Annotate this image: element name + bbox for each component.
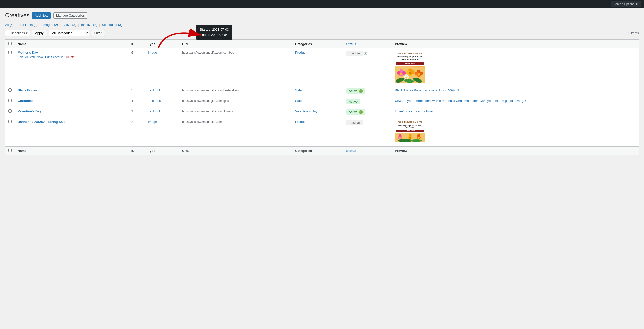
filter-button[interactable]: Filter — [91, 30, 105, 36]
footer-col-preview[interactable]: Preview — [392, 147, 639, 155]
ad-shop-now: SHOP NOW — [396, 62, 424, 65]
type-link[interactable]: Text Link — [148, 88, 161, 92]
tooltip-started: Started: 2023-07-03 — [200, 27, 229, 32]
table-row: Banner - 300x250 - Spring Sale 2 Image h… — [5, 117, 639, 147]
filter-images[interactable]: Images (2) — [42, 23, 58, 27]
row-checkbox-cell[interactable] — [5, 86, 15, 96]
creative-name-link[interactable]: Mother's Day — [18, 51, 125, 54]
footer-col-categories[interactable]: Categories — [292, 147, 343, 155]
category-cell: Valentine's Day — [292, 107, 343, 117]
category-link[interactable]: Sale — [295, 88, 302, 92]
row-checkbox-cell[interactable] — [5, 107, 15, 117]
row-checkbox-cell[interactable] — [5, 96, 15, 107]
preview-text-content: Unwrap your perfect deal with our specia… — [395, 99, 526, 103]
filter-scheduled[interactable]: Scheduled (3) — [102, 23, 122, 27]
screen-options-button[interactable]: Screen Options ▼ — [611, 1, 641, 7]
type-cell: Image — [145, 48, 179, 86]
manage-categories-button[interactable]: Manage Categories — [53, 12, 87, 19]
preview-cell: ALF'S FLOWERS & GIFTS Blooming Surprises… — [392, 117, 639, 147]
creative-name-link[interactable]: Christmas — [18, 99, 125, 103]
edit-schedule-link[interactable]: Edit Schedule — [45, 55, 64, 59]
page-title: Creatives — [5, 12, 29, 19]
type-link[interactable]: Image — [148, 51, 157, 54]
creative-name-link[interactable]: Banner - 300x250 - Spring Sale — [18, 120, 125, 124]
svg-point-36 — [410, 139, 422, 142]
row-checkbox[interactable] — [8, 88, 12, 92]
row-checkbox[interactable] — [8, 109, 12, 113]
svg-point-30 — [409, 134, 412, 137]
filter-all[interactable]: All (5) — [5, 23, 14, 27]
ad-subtitle: Blooming Surprises for Every Occasion — [397, 55, 423, 61]
type-link[interactable]: Text Link — [148, 109, 161, 113]
clock-icon[interactable]: 🕐 — [364, 52, 367, 55]
id-cell: 4 — [128, 96, 145, 107]
col-preview[interactable]: Preview — [392, 40, 639, 48]
category-link[interactable]: Sale — [295, 99, 302, 103]
status-cell: Active — [343, 96, 392, 107]
add-new-button[interactable]: Add New — [32, 12, 51, 19]
status-badge: Inactive — [346, 51, 363, 56]
table-header-row: Name ID Type URL Categories Status Previ… — [5, 40, 639, 48]
bulk-actions-dropdown[interactable]: Bulk actions ▾ — [5, 30, 30, 36]
creative-name-link[interactable]: Black Friday — [18, 88, 125, 92]
col-name[interactable]: Name — [15, 40, 128, 48]
row-checkbox[interactable] — [8, 120, 12, 123]
svg-point-24 — [405, 77, 407, 79]
footer-select-all-checkbox[interactable] — [8, 149, 12, 152]
svg-point-18 — [419, 72, 423, 75]
apply-button[interactable]: Apply — [32, 30, 47, 36]
id-cell: 6 — [128, 48, 145, 86]
select-all-checkbox[interactable] — [8, 42, 12, 45]
row-checkbox[interactable] — [8, 51, 12, 54]
svg-point-7 — [397, 71, 401, 75]
category-link[interactable]: Valentine's Day — [295, 109, 317, 113]
table-row: Mother's Day Edit | Activate Now | Edit … — [5, 48, 639, 86]
category-cell: Sale — [292, 96, 343, 107]
footer-col-name[interactable]: Name — [15, 147, 128, 155]
table-row: Black Friday 5 Text Link https://alfsflo… — [5, 86, 639, 96]
type-cell: Text Link — [145, 96, 179, 107]
row-checkbox[interactable] — [8, 99, 12, 102]
delete-link[interactable]: Delete — [66, 55, 75, 59]
categories-select[interactable]: All Categories Product Sale Valentine's … — [49, 30, 89, 36]
footer-col-status[interactable]: Status — [343, 147, 392, 155]
ad-image-area-small — [395, 133, 425, 142]
filter-text-links[interactable]: Text Links (3) — [18, 23, 37, 27]
category-link[interactable]: Product — [295, 51, 306, 54]
type-cell: Text Link — [145, 86, 179, 96]
row-checkbox-cell[interactable] — [5, 117, 15, 147]
category-link[interactable]: Product — [295, 120, 306, 124]
category-cell: Product — [292, 48, 343, 86]
preview-cell: ALF'S FLOWERS & GIFTS Blooming Surprises… — [392, 48, 639, 86]
chevron-down-icon: ▾ — [26, 31, 28, 35]
row-checkbox-cell[interactable] — [5, 48, 15, 86]
type-cell: Image — [145, 117, 179, 147]
url-text: https://alfsflowersandgifts.com/combos — [182, 51, 234, 54]
col-categories[interactable]: Categories — [292, 40, 343, 48]
footer-checkbox-cell[interactable] — [5, 147, 15, 155]
edit-link[interactable]: Edit — [18, 55, 23, 59]
url-cell: https://alfsflowersandgifts.com — [179, 117, 292, 147]
col-id[interactable]: ID — [128, 40, 145, 48]
filter-inactive[interactable]: Inactive (2) — [81, 23, 97, 27]
col-type[interactable]: Type — [145, 40, 179, 48]
col-status[interactable]: Status — [343, 40, 392, 48]
type-link[interactable]: Text Link — [148, 99, 161, 103]
footer-col-type[interactable]: Type — [145, 147, 179, 155]
footer-col-url[interactable]: URL — [179, 147, 292, 155]
id-cell: 5 — [128, 86, 145, 96]
filter-active[interactable]: Active (3) — [62, 23, 76, 27]
type-link[interactable]: Image — [148, 120, 157, 124]
status-cell: Active 🟢 — [343, 86, 392, 96]
creatives-table-wrap: Name ID Type URL Categories Status Previ… — [5, 39, 639, 155]
footer-col-id[interactable]: ID — [128, 147, 145, 155]
url-text: https://alfsflowersandgifts.com/gifts — [182, 99, 229, 103]
select-all-header[interactable] — [5, 40, 15, 48]
name-cell: Banner - 300x250 - Spring Sale — [15, 117, 128, 147]
items-count: 5 items — [628, 31, 639, 35]
creative-name-link[interactable]: Valentine's Day — [18, 109, 125, 113]
col-url[interactable]: URL — [179, 40, 292, 48]
activate-now-link[interactable]: Activate Now — [25, 55, 43, 59]
svg-point-14 — [409, 72, 411, 75]
name-cell: Valentine's Day — [15, 107, 128, 117]
